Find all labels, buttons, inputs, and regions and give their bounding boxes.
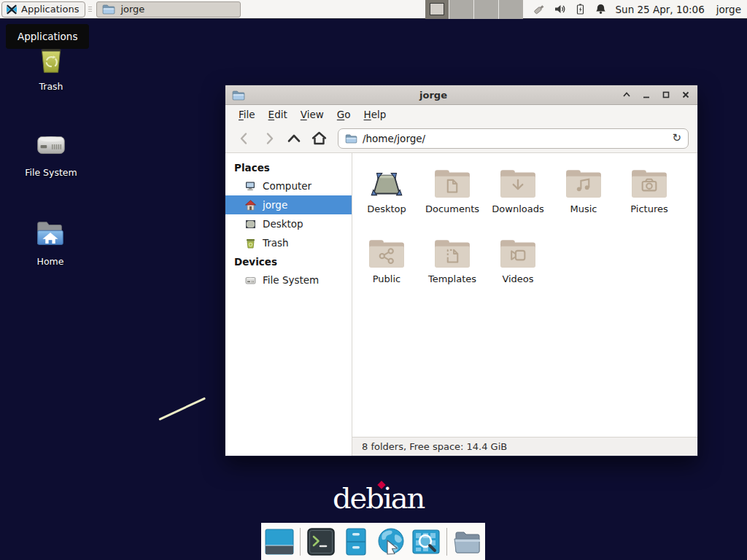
shade-button[interactable] [622,90,632,100]
dock-separator [446,528,447,556]
sidebar-item-jorge[interactable]: jorge [225,195,352,214]
workspace-1[interactable] [425,0,450,19]
menubar: File Edit View Go Help [225,105,697,124]
window-folder-icon [232,90,245,101]
panel-separator-handle[interactable] [87,2,93,17]
home-folder-icon [32,216,69,252]
file-tile-label: Downloads [492,203,543,214]
file-tile-desktop[interactable]: Desktop [354,162,419,232]
notifications-bell-icon[interactable] [595,3,607,15]
file-tile-label: Desktop [367,203,406,214]
drive-small-icon [244,274,257,287]
window-title: jorge [251,90,616,101]
music-folder-icon [564,165,603,201]
menu-file[interactable]: File [234,107,260,122]
file-cabinet-icon[interactable] [341,527,371,556]
maximize-button[interactable] [661,90,671,100]
toolbar: /home/jorge/ ↻ [225,124,697,153]
file-manager-window: jorge File Edit View Go Help [225,85,698,456]
panel-clock[interactable]: Sun 25 Apr, 10:06 [616,4,705,15]
top-panel: Applications jorge [0,0,747,19]
desktop-icon-label: File System [25,167,77,178]
applications-tooltip: Applications [6,24,89,49]
terminal-icon[interactable] [306,527,336,556]
sidebar-item-desktop[interactable]: Desktop [225,214,352,233]
statusbar: 8 folders, Free space: 14.4 GiB [352,437,697,456]
applications-menu-button[interactable]: Applications [1,1,85,18]
file-tile-label: Templates [428,273,476,284]
file-tile-public[interactable]: Public [354,232,419,302]
home-button[interactable] [309,128,329,149]
computer-icon [244,180,257,192]
cursor-trail-artifact [158,397,206,421]
applications-menu-label: Applications [21,4,79,15]
menu-help[interactable]: Help [360,107,391,122]
public-folder-icon [367,235,406,271]
file-tile-label: Videos [502,273,533,284]
sidebar-item-label: Trash [263,237,289,249]
dock-panel [261,523,485,560]
dock-separator [300,528,301,556]
desktop-icon-file-system[interactable]: File System [18,127,85,178]
close-button[interactable] [681,90,691,100]
workspace-2[interactable] [449,0,474,19]
volume-icon[interactable] [554,3,566,15]
hard-drive-icon [33,127,69,163]
taskbar-window-label: jorge [120,4,144,15]
file-tile-templates[interactable]: Templates [419,232,485,302]
file-tile-label: Music [570,203,597,214]
file-tile-music[interactable]: Music [551,162,616,232]
workspace-switcher [425,0,523,19]
web-browser-icon[interactable] [376,527,406,556]
desktop-small-icon [244,218,257,230]
file-tile-videos[interactable]: Videos [485,232,551,302]
menu-edit[interactable]: Edit [264,107,292,122]
sidebar-item-computer[interactable]: Computer [225,176,352,195]
downloads-folder-icon [498,165,538,201]
forward-button[interactable] [259,128,279,149]
workspace-3[interactable] [474,0,499,19]
videos-folder-icon [498,235,538,271]
file-tile-downloads[interactable]: Downloads [485,162,551,232]
taskbar-window-button[interactable]: jorge [96,1,241,18]
removable-device-icon[interactable] [533,3,546,15]
file-grid: Desktop [354,162,697,302]
documents-folder-icon [433,165,472,201]
desktop-icon-label: Trash [39,81,63,92]
xfce-menu-icon [6,4,18,15]
show-desktop-icon[interactable] [265,527,294,556]
pictures-folder-icon [630,165,669,201]
battery-charging-icon[interactable] [574,3,587,15]
desktop-pad-icon [367,165,406,201]
path-folder-icon [345,133,357,144]
file-tile-documents[interactable]: Documents [419,162,485,232]
reload-icon[interactable]: ↻ [672,133,681,144]
panel-username[interactable]: jorge [716,4,741,15]
up-button[interactable] [284,128,304,149]
window-controls [622,90,691,100]
menu-go[interactable]: Go [333,107,355,122]
app-finder-icon[interactable] [411,527,441,556]
sidebar-item-file-system[interactable]: File System [225,271,352,289]
file-view[interactable]: Desktop [352,153,697,437]
file-tile-pictures[interactable]: Pictures [616,162,682,232]
file-tile-label: Documents [425,203,479,214]
minimize-button[interactable] [641,90,651,100]
dock-folder-icon[interactable] [453,527,482,556]
titlebar[interactable]: jorge [225,85,697,105]
sidebar-item-label: File System [263,274,319,286]
workspace-4[interactable] [499,0,523,19]
right-pane: Desktop [352,153,697,456]
sidebar-item-label: jorge [263,199,287,211]
desktop-icon-home[interactable]: Home [17,216,84,267]
sidebar-item-label: Desktop [263,218,303,230]
menu-view[interactable]: View [296,107,328,122]
sidebar-item-trash[interactable]: Trash [225,233,352,252]
sidebar-item-label: Computer [263,180,311,192]
debian-wallpaper-logo: debian [333,481,427,518]
path-entry[interactable]: /home/jorge/ ↻ [338,128,689,149]
devices-header: Devices [225,252,352,271]
file-tile-label: Pictures [630,203,667,214]
back-button[interactable] [234,128,255,149]
path-text[interactable]: /home/jorge/ [363,133,667,144]
